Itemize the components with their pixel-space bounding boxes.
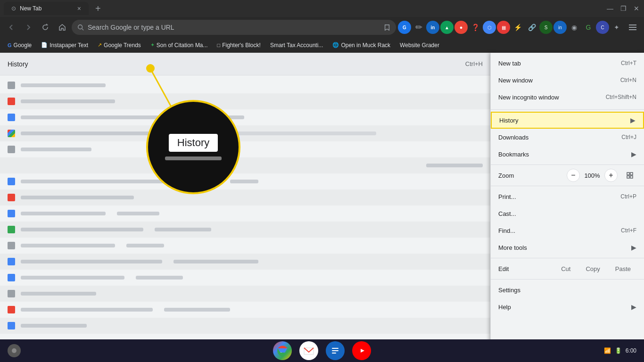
active-tab[interactable]: ⊙ New Tab × xyxy=(4,2,89,15)
menu-divider-4 xyxy=(491,258,644,258)
youtube-taskbar-icon[interactable] xyxy=(352,341,371,360)
gmail-taskbar-icon[interactable] xyxy=(299,341,318,360)
home-button[interactable] xyxy=(55,20,70,35)
ext-icon-15[interactable]: C xyxy=(596,21,609,34)
bookmark-websitegrader[interactable]: Website Grader xyxy=(396,41,443,49)
history-row[interactable] xyxy=(0,222,490,238)
history-row[interactable] xyxy=(0,189,490,206)
history-row[interactable] xyxy=(0,318,490,334)
settings-label: Settings xyxy=(498,287,636,294)
history-row[interactable] xyxy=(0,109,490,125)
menu-downloads[interactable]: Downloads Ctrl+J xyxy=(491,129,644,146)
chrome-menu-button[interactable] xyxy=(625,20,640,35)
bookmark-google[interactable]: G Google xyxy=(4,41,35,49)
taskbar: 📶 🔋 6:00 xyxy=(0,339,644,362)
menu-bookmarks[interactable]: Bookmarks ▶ xyxy=(491,146,644,163)
bookmark-icon[interactable] xyxy=(384,24,390,31)
maximize-btn[interactable]: ❐ xyxy=(619,5,627,12)
trends-favicon: ↗ xyxy=(98,42,102,48)
history-header: History Ctrl+H xyxy=(0,53,490,75)
history-row[interactable] xyxy=(0,206,490,222)
menu-find[interactable]: Find... Ctrl+F xyxy=(491,222,644,239)
ext-icon-9[interactable]: ⚡ xyxy=(511,21,524,34)
reload-button[interactable] xyxy=(38,20,53,35)
history-row[interactable] xyxy=(0,286,490,302)
row-text-extra xyxy=(136,276,183,280)
svg-rect-8 xyxy=(627,176,629,178)
ext-icon-13[interactable]: ◉ xyxy=(568,21,581,34)
bookmark-muckrack[interactable]: 🌐 Open in Muck Rack xyxy=(329,41,394,49)
history-row[interactable] xyxy=(0,254,490,270)
history-row[interactable] xyxy=(0,157,490,173)
new-incognito-shortcut: Ctrl+Shift+N xyxy=(606,94,636,100)
omnibox[interactable]: Search Google or type a URL xyxy=(72,20,396,35)
find-shortcut: Ctrl+F xyxy=(621,227,636,234)
ext-icon-10[interactable]: 🔗 xyxy=(525,21,538,34)
ext-icon-4[interactable]: ▲ xyxy=(440,21,454,34)
zoom-minus-btn[interactable]: − xyxy=(567,169,580,182)
ext-icon-3[interactable]: in xyxy=(426,21,439,34)
menu-cast[interactable]: Cast... xyxy=(491,205,644,222)
chrome-taskbar-icon[interactable] xyxy=(273,341,292,360)
history-row[interactable] xyxy=(0,141,490,157)
cut-btn[interactable]: Cut xyxy=(555,263,576,274)
history-row[interactable] xyxy=(0,238,490,254)
row-favicon xyxy=(8,322,15,329)
new-tab-button[interactable]: + xyxy=(91,3,105,14)
close-btn[interactable]: ✕ xyxy=(633,5,640,12)
history-row[interactable] xyxy=(0,77,490,93)
paste-btn[interactable]: Paste xyxy=(610,263,636,274)
ext-icon-12[interactable]: in xyxy=(553,21,567,34)
copy-btn[interactable]: Copy xyxy=(580,263,605,274)
ext-icon-2[interactable]: ✏ xyxy=(412,21,425,34)
history-row[interactable] xyxy=(0,270,490,286)
bookmark-trends[interactable]: ↗ Google Trends xyxy=(94,41,145,49)
bookmark-instapaper[interactable]: 📄 Instapaper Text xyxy=(37,41,92,49)
ext-icon-14[interactable]: G xyxy=(582,21,595,34)
edit-row: Edit Cut Copy Paste xyxy=(491,260,644,277)
history-row[interactable] xyxy=(0,125,490,141)
row-text-extra xyxy=(155,228,211,231)
find-label: Find... xyxy=(498,227,621,234)
row-text xyxy=(21,260,162,263)
bookmarks-label: Bookmarks xyxy=(498,151,627,158)
svg-rect-6 xyxy=(627,173,629,175)
ext-icon-7[interactable]: ⬡ xyxy=(483,21,496,34)
title-bar: ⊙ New Tab × + — ❐ ✕ xyxy=(0,0,644,17)
minimize-btn[interactable]: — xyxy=(606,5,614,12)
row-favicon xyxy=(8,306,15,313)
page-content-wrapper: History Ctrl+H xyxy=(0,53,644,339)
menu-new-window[interactable]: New window Ctrl+N xyxy=(491,72,644,89)
menu-help[interactable]: Help ▶ xyxy=(491,298,644,315)
forward-button[interactable] xyxy=(21,20,36,35)
ext-icon-5[interactable]: ● xyxy=(454,21,468,34)
row-favicon xyxy=(8,146,15,153)
ext-icon-16[interactable]: ✦ xyxy=(610,21,623,34)
ext-icon-11[interactable]: S xyxy=(539,21,553,34)
menu-more-tools[interactable]: More tools ▶ xyxy=(491,239,644,256)
ext-icon-6[interactable]: ❓ xyxy=(469,21,482,34)
docs-taskbar-icon[interactable] xyxy=(326,341,345,360)
row-text xyxy=(21,228,143,231)
ext-icon-8[interactable]: ▦ xyxy=(497,21,510,34)
back-button[interactable] xyxy=(4,20,19,35)
bookmark-fighters[interactable]: □ Fighter's Block! xyxy=(214,41,264,49)
row-text-extra xyxy=(173,260,258,263)
tab-close-btn[interactable]: × xyxy=(77,5,81,12)
new-window-shortcut: Ctrl+N xyxy=(620,77,636,83)
menu-history[interactable]: History ▶ xyxy=(491,112,644,129)
menu-new-incognito[interactable]: New incognito window Ctrl+Shift+N xyxy=(491,89,644,106)
row-favicon xyxy=(8,274,15,281)
bookmark-tax[interactable]: Smart Tax Accounti... xyxy=(266,41,327,49)
menu-settings[interactable]: Settings xyxy=(491,281,644,298)
menu-new-tab[interactable]: New tab Ctrl+T xyxy=(491,55,644,72)
history-row[interactable] xyxy=(0,302,490,318)
history-row[interactable] xyxy=(0,93,490,109)
history-row[interactable] xyxy=(0,173,490,189)
menu-print[interactable]: Print... Ctrl+P xyxy=(491,188,644,205)
row-text xyxy=(21,292,96,296)
ext-icon-1[interactable]: G xyxy=(398,21,411,34)
zoom-plus-btn[interactable]: + xyxy=(604,169,618,182)
bookmark-citation[interactable]: ✦ Son of Citation Ma... xyxy=(147,41,212,49)
zoom-fullscreen-btn[interactable] xyxy=(623,169,636,182)
